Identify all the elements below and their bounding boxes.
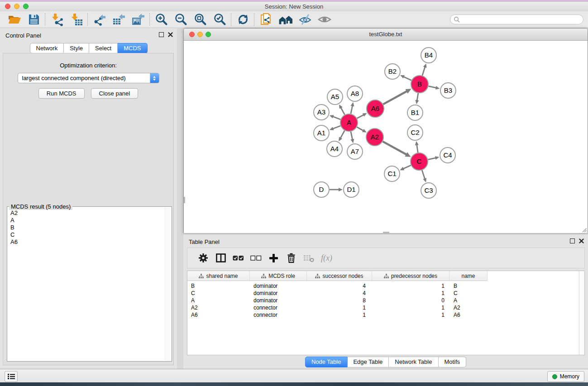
open-session-button[interactable]: [5, 12, 24, 27]
float-panel-icon[interactable]: [159, 32, 164, 37]
result-list-item[interactable]: A: [10, 217, 165, 224]
table-cell[interactable]: 8: [307, 297, 372, 304]
tab-edge-table[interactable]: Edge Table: [347, 357, 389, 367]
search-input[interactable]: [462, 15, 583, 24]
splitter-handle[interactable]: [383, 232, 389, 233]
task-history-button[interactable]: [5, 371, 18, 382]
delete-table-button[interactable]: [300, 249, 318, 267]
tab-network[interactable]: Network: [29, 43, 64, 53]
graph-edge-A-A4[interactable]: [340, 131, 344, 138]
table-cell[interactable]: C: [187, 290, 250, 296]
table-cell[interactable]: B: [449, 283, 488, 289]
table-cell[interactable]: 1: [307, 312, 372, 318]
graph-edge-A6-B[interactable]: [383, 91, 407, 104]
close-network-window-button[interactable]: [189, 32, 195, 37]
tab-style[interactable]: Style: [64, 43, 89, 53]
column-header-shared-name[interactable]: shared name: [187, 271, 250, 281]
export-image-button[interactable]: [129, 12, 148, 27]
table-cell[interactable]: A2: [449, 305, 488, 311]
column-header-name[interactable]: name: [449, 271, 488, 281]
import-network-button[interactable]: [47, 12, 67, 27]
network-canvas[interactable]: B4B2BB3A8A5A6B1A3AA1C2A2A4A7C4CC1C3DD1: [184, 41, 588, 233]
table-cell[interactable]: connector: [250, 305, 307, 311]
graph-edge-A2-C[interactable]: [383, 142, 406, 155]
table-row[interactable]: A6connector11A6: [187, 311, 584, 319]
table-cell[interactable]: A6: [187, 312, 250, 318]
graph-edge-A-A6[interactable]: [357, 115, 364, 119]
import-table-button[interactable]: [67, 12, 86, 27]
table-cell[interactable]: 1: [307, 305, 372, 311]
graph-edge-C-C4[interactable]: [428, 158, 436, 160]
delete-column-button[interactable]: [282, 249, 300, 267]
zoom-network-window-button[interactable]: [206, 32, 211, 37]
table-row[interactable]: Adominator80A: [187, 297, 584, 304]
graph-edge-A-A3[interactable]: [333, 117, 340, 119]
table-cell[interactable]: A: [187, 297, 250, 304]
function-builder-button[interactable]: f(x): [318, 249, 335, 267]
float-panel-icon[interactable]: [570, 238, 575, 243]
tab-mcds[interactable]: MCDS: [118, 43, 147, 53]
result-list-item[interactable]: A6: [10, 238, 165, 246]
table-cell[interactable]: 1: [372, 305, 449, 311]
new-network-from-selection-button[interactable]: [256, 12, 276, 27]
graph-edge-B-B4[interactable]: [422, 67, 425, 76]
graph-edge-A-A8[interactable]: [351, 105, 353, 114]
graph-edge-C-C3[interactable]: [422, 170, 425, 179]
result-list-item[interactable]: C: [10, 231, 165, 238]
column-header-predecessor-nodes[interactable]: predecessor nodes: [372, 271, 449, 281]
tab-motifs[interactable]: Motifs: [438, 357, 466, 367]
table-cell[interactable]: A: [449, 297, 488, 304]
graph-edge-B-B3[interactable]: [429, 86, 436, 88]
export-network-button[interactable]: [90, 12, 109, 27]
table-scrollbar[interactable]: [579, 271, 584, 355]
export-table-button[interactable]: [109, 12, 129, 27]
resize-grip-icon[interactable]: [581, 227, 587, 233]
tab-node-table[interactable]: Node Table: [305, 357, 348, 367]
save-session-button[interactable]: [24, 12, 43, 27]
table-cell[interactable]: dominator: [250, 297, 307, 304]
criterion-dropdown[interactable]: largest connected component (directed): [18, 73, 159, 83]
table-cell[interactable]: 4: [307, 290, 372, 296]
select-all-button[interactable]: [229, 249, 247, 267]
toggle-column-button[interactable]: [212, 249, 229, 267]
column-header-MCDS-role[interactable]: MCDS role: [250, 271, 307, 281]
close-panel-button[interactable]: Close panel: [91, 88, 139, 99]
zoom-window-button[interactable]: [23, 4, 29, 9]
close-panel-icon[interactable]: [579, 238, 584, 243]
table-cell[interactable]: connector: [250, 312, 307, 318]
splitter-handle[interactable]: [184, 197, 185, 203]
result-list-item[interactable]: A2: [10, 210, 165, 217]
zoom-in-button[interactable]: [152, 12, 171, 27]
graph-edge-C-C2[interactable]: [417, 145, 418, 152]
refresh-view-button[interactable]: [233, 12, 253, 27]
table-cell[interactable]: 0: [372, 297, 449, 304]
table-cell[interactable]: 1: [372, 312, 449, 318]
zoom-selected-button[interactable]: [210, 12, 229, 27]
table-cell[interactable]: dominator: [250, 283, 307, 289]
zoom-out-button[interactable]: [171, 12, 191, 27]
graph-edge-A-A1[interactable]: [333, 126, 340, 129]
search-field[interactable]: [450, 14, 583, 24]
table-cell[interactable]: 1: [372, 283, 449, 289]
close-panel-icon[interactable]: [168, 32, 173, 37]
run-mcds-button[interactable]: Run MCDS: [38, 88, 85, 99]
result-list-item[interactable]: B: [10, 224, 165, 231]
hide-details-button[interactable]: [295, 12, 315, 27]
deselect-all-button[interactable]: [247, 249, 265, 267]
add-column-button[interactable]: [265, 249, 282, 267]
zoom-fit-button[interactable]: [191, 12, 210, 27]
graph-edge-A-A5[interactable]: [341, 108, 345, 115]
table-row[interactable]: Cdominator41C: [187, 290, 584, 297]
table-cell[interactable]: 4: [307, 283, 372, 289]
memory-button[interactable]: Memory: [547, 371, 584, 382]
table-cell[interactable]: B: [187, 283, 250, 289]
show-details-button[interactable]: [315, 12, 334, 27]
table-cell[interactable]: dominator: [250, 290, 307, 296]
network-window-titlebar[interactable]: testGlobe.txt: [184, 29, 588, 41]
table-row[interactable]: A2connector11A2: [187, 304, 584, 311]
tab-network-table[interactable]: Network Table: [389, 357, 438, 367]
minimize-window-button[interactable]: [14, 4, 19, 9]
first-neighbors-button[interactable]: [276, 12, 295, 27]
minimize-network-window-button[interactable]: [197, 32, 203, 37]
graph-edge-B-B1[interactable]: [417, 93, 418, 101]
